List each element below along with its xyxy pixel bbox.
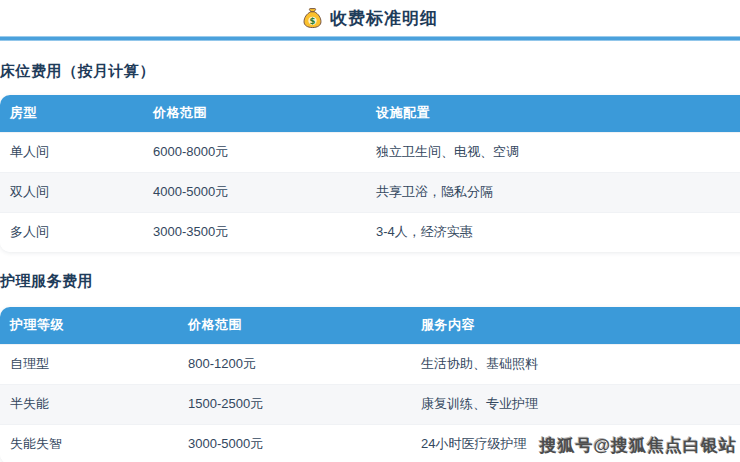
column-header-facilities: 设施配置 xyxy=(366,95,740,132)
table-cell: 生活协助、基础照料 xyxy=(411,344,740,384)
money-bag-icon: $ xyxy=(302,8,323,29)
bed-fee-card: 房型 价格范围 设施配置 单人间 6000-8000元 独立卫生间、电视、空调 … xyxy=(0,95,740,252)
table-row: 多人间 3000-3500元 3-4人，经济实惠 xyxy=(0,212,740,252)
page-header: $ 收费标准明细 xyxy=(0,0,740,36)
table-cell: 双人间 xyxy=(0,172,143,212)
bed-fee-table: 房型 价格范围 设施配置 单人间 6000-8000元 独立卫生间、电视、空调 … xyxy=(0,95,740,252)
column-header-room-type: 房型 xyxy=(0,95,143,132)
column-header-care-level: 护理等级 xyxy=(0,307,178,344)
title-divider xyxy=(0,36,740,41)
bed-fee-header-row: 房型 价格范围 设施配置 xyxy=(0,95,740,132)
table-row: 自理型 800-1200元 生活协助、基础照料 xyxy=(0,344,740,384)
table-row: 双人间 4000-5000元 共享卫浴，隐私分隔 xyxy=(0,172,740,212)
table-cell: 失能失智 xyxy=(0,424,178,462)
section-bed-fees: 床位费用（按月计算） 房型 价格范围 设施配置 单人间 6000-8000元 独… xyxy=(0,62,740,252)
table-cell: 康复训练、专业护理 xyxy=(411,384,740,424)
page-title: 收费标准明细 xyxy=(330,7,438,30)
watermark: 搜狐号@搜狐焦点白银站 xyxy=(539,434,737,457)
column-header-price-range: 价格范围 xyxy=(143,95,366,132)
svg-text:$: $ xyxy=(310,15,316,25)
table-cell: 共享卫浴，隐私分隔 xyxy=(366,172,740,212)
table-cell: 1500-2500元 xyxy=(178,384,411,424)
table-cell: 4000-5000元 xyxy=(143,172,366,212)
table-cell: 多人间 xyxy=(0,212,143,252)
table-cell: 3-4人，经济实惠 xyxy=(366,212,740,252)
column-header-service-content: 服务内容 xyxy=(411,307,740,344)
table-cell: 自理型 xyxy=(0,344,178,384)
section-heading-care-fees: 护理服务费用 xyxy=(0,272,740,291)
section-heading-bed-fees: 床位费用（按月计算） xyxy=(0,62,740,81)
care-fee-header-row: 护理等级 价格范围 服务内容 xyxy=(0,307,740,344)
table-cell: 3000-3500元 xyxy=(143,212,366,252)
table-cell: 3000-5000元 xyxy=(178,424,411,462)
table-cell: 6000-8000元 xyxy=(143,132,366,172)
table-row: 半失能 1500-2500元 康复训练、专业护理 xyxy=(0,384,740,424)
table-row: 单人间 6000-8000元 独立卫生间、电视、空调 xyxy=(0,132,740,172)
table-cell: 单人间 xyxy=(0,132,143,172)
table-cell: 独立卫生间、电视、空调 xyxy=(366,132,740,172)
table-cell: 800-1200元 xyxy=(178,344,411,384)
table-cell: 半失能 xyxy=(0,384,178,424)
column-header-price-range: 价格范围 xyxy=(178,307,411,344)
